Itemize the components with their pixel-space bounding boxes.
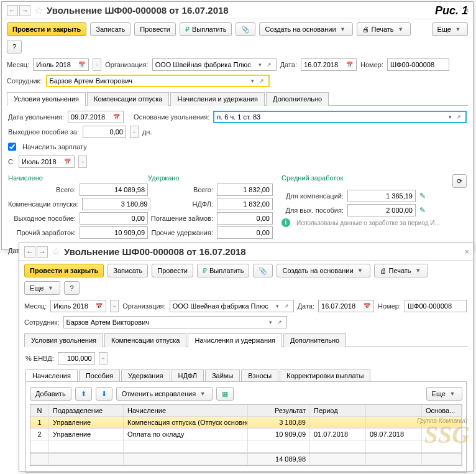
print-button[interactable]: 🖨 Печать ▼ [357, 22, 411, 36]
org-label: Организация: [105, 61, 148, 68]
emp-label: Сотрудник: [7, 77, 42, 85]
from-spinner[interactable]: ÷ [78, 156, 87, 168]
post-close-button[interactable]: Провести и закрыть [24, 264, 104, 277]
more-button[interactable]: Еще ▼ [432, 22, 468, 36]
section-avg: Средний заработок [281, 174, 452, 188]
more-button[interactable]: Еще ▼ [24, 281, 60, 295]
dismiss-date-field[interactable]: 09.07.2018📅 [68, 111, 124, 123]
close-icon[interactable]: × [464, 6, 469, 15]
nav-fwd[interactable]: → [37, 246, 48, 258]
refresh-button[interactable]: ⟳ [452, 174, 467, 188]
table-more-button[interactable]: Еще ▼ [426, 387, 462, 401]
add-button[interactable]: Добавить [30, 387, 71, 401]
table-row[interactable]: 2 Управление Оплата по окладу 10 909,09 … [30, 429, 462, 440]
acc-comp[interactable] [82, 198, 150, 210]
dismiss-date-label: Дата увольнения: [8, 113, 64, 121]
accrue-salary-checkbox[interactable] [8, 141, 16, 153]
date-label: Дата: [280, 61, 297, 68]
subtab-benefits[interactable]: Пособия [79, 369, 120, 381]
move-up-button[interactable]: ⬆ [75, 387, 92, 401]
move-down-button[interactable]: ⬇ [96, 387, 112, 401]
reason-label: Основание увольнения: [134, 113, 209, 121]
nav-back[interactable]: ← [24, 246, 35, 258]
close-icon[interactable]: × [464, 247, 469, 256]
tab-conditions[interactable]: Условия увольнения [7, 92, 86, 106]
avg-sev[interactable] [347, 204, 416, 216]
org-field[interactable]: ООО Швейная фабрика Плюс▾↗ [170, 300, 294, 312]
help-button[interactable]: ? [7, 40, 22, 53]
num-label: Номер: [360, 61, 383, 68]
post-close-button[interactable]: Провести и закрыть [7, 22, 86, 36]
subtab-ndfl[interactable]: НДФЛ [172, 369, 204, 381]
table-total-row: 14 089,98 [30, 453, 462, 465]
month-spinner[interactable]: ÷ [93, 58, 101, 71]
table-btn[interactable]: ▦ [216, 387, 234, 401]
subtab-loans[interactable]: Займы [205, 369, 240, 381]
emp-field[interactable]: Барзов Артем Викторович▾↗ [46, 75, 270, 87]
org-field[interactable]: ООО Швейная фабрика Плюс▾↗ [152, 58, 277, 71]
date-field[interactable]: 16.07.2018📅 [318, 300, 374, 312]
pay-button[interactable]: ₽Выплатить [180, 22, 232, 36]
num-field[interactable] [405, 300, 467, 312]
window-title: Увольнение ШФ00-000008 от 16.07.2018 [47, 5, 229, 16]
tab-conditions[interactable]: Условия увольнения [24, 333, 103, 347]
tab-compensations[interactable]: Компенсации отпуска [87, 92, 169, 106]
ded-total[interactable] [217, 184, 273, 196]
subtab-deductions[interactable]: Удержания [121, 369, 170, 381]
tab-accruals[interactable]: Начисления и удержания [170, 92, 265, 106]
attach-button[interactable]: 📎 [253, 264, 273, 277]
accrue-salary-label: Начислить зарплату [22, 143, 87, 151]
pay-button[interactable]: ₽Выплатить [197, 264, 249, 277]
sev-spinner[interactable]: ÷ [130, 126, 139, 138]
cancel-fix-button[interactable]: Отменить исправления ▼ [116, 387, 213, 401]
date-field[interactable]: 16.07.2018📅 [301, 58, 357, 71]
month-field[interactable]: Июль 2018📅 [33, 58, 89, 71]
save-button[interactable]: Записать [108, 264, 148, 277]
favorite-icon[interactable]: ☆ [34, 4, 43, 16]
favorite-icon[interactable]: ☆ [52, 246, 60, 258]
from-label: С: [8, 158, 15, 165]
emp-field[interactable]: Барзов Артем Викторович▾↗ [63, 316, 287, 328]
post-button[interactable]: Провести [152, 264, 193, 277]
ded-loan[interactable] [217, 212, 273, 225]
acc-total[interactable] [80, 184, 148, 196]
tab-additional[interactable]: Дополнительно [283, 333, 346, 347]
severance-field[interactable] [83, 126, 126, 138]
figure-label: Рис. 1 [435, 4, 468, 17]
subtab-accruals[interactable]: Начисления [25, 369, 78, 381]
tab-accruals[interactable]: Начисления и удержания [188, 333, 282, 347]
from-field[interactable]: Июль 2018📅 [19, 156, 75, 168]
envd-field[interactable] [58, 352, 95, 365]
envd-label: % ЕНВД: [25, 355, 54, 362]
acc-other[interactable] [80, 226, 148, 239]
tab-additional[interactable]: Дополнительно [266, 92, 329, 106]
save-button[interactable]: Записать [90, 22, 130, 36]
accruals-table: N Подразделение Начисление Результат Пер… [30, 404, 462, 466]
table-row[interactable] [30, 440, 462, 453]
post-button[interactable]: Провести [134, 22, 176, 36]
tab-compensations[interactable]: Компенсации отпуска [104, 333, 186, 347]
print-button[interactable]: 🖨 Печать ▼ [374, 264, 428, 277]
month-field[interactable]: Июль 2018📅 [50, 300, 106, 312]
info-icon: i [281, 218, 290, 227]
avg-comp[interactable] [347, 190, 416, 202]
edit-icon[interactable]: ✎ [419, 192, 426, 200]
ded-ndfl[interactable] [217, 198, 273, 210]
reason-field[interactable]: п. 6 ч. 1 ст. 83▾↗ [213, 111, 467, 123]
create-base-button[interactable]: Создать на основании ▼ [277, 264, 370, 277]
days-label: дн. [142, 128, 152, 136]
create-base-button[interactable]: Создать на основании ▼ [259, 22, 352, 36]
attach-button[interactable]: 📎 [236, 22, 255, 36]
nav-back[interactable]: ← [7, 5, 18, 16]
subtab-corrections[interactable]: Корректировки выплаты [280, 369, 370, 381]
nav-fwd[interactable]: → [19, 5, 30, 16]
section-deducted: Удержано [148, 174, 281, 182]
num-field[interactable] [387, 58, 449, 71]
section-accrued: Начислено [8, 174, 148, 182]
acc-sev[interactable] [80, 212, 148, 225]
subtab-contrib[interactable]: Взносы [241, 369, 278, 381]
table-row[interactable]: 1 Управление Компенсация отпуска (Отпуск… [30, 417, 462, 429]
help-button[interactable]: ? [64, 281, 79, 295]
ded-other[interactable] [217, 226, 273, 239]
edit-icon[interactable]: ✎ [419, 206, 426, 215]
